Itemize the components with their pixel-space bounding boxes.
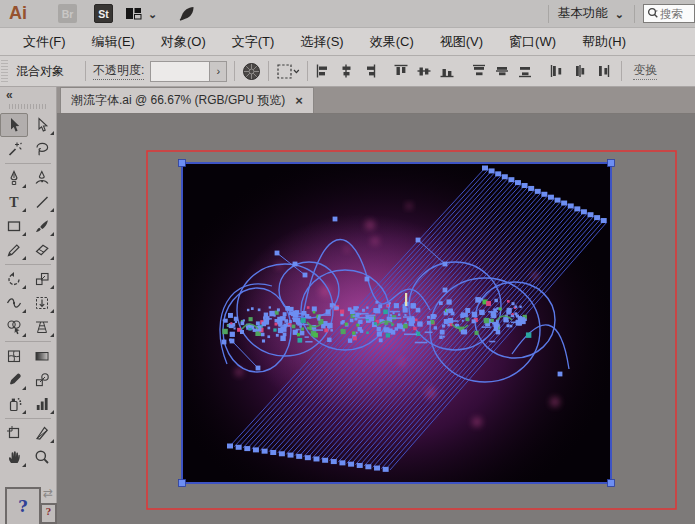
horizontal-align-center-button[interactable] (334, 60, 357, 82)
type-tool-button[interactable]: T (0, 190, 28, 214)
symbol-sprayer-tool-button[interactable] (0, 392, 28, 416)
gradient-tool-button[interactable] (28, 344, 56, 368)
stroke-color-swatch[interactable]: ? (40, 503, 57, 524)
pencil-tool-button[interactable] (0, 238, 28, 262)
lasso-tool-button[interactable] (28, 137, 56, 161)
document-tab[interactable]: 潮流字体.ai @ 66.67% (RGB/GPU 预览) × (60, 87, 314, 113)
control-bar: 混合对象 不透明度: › (0, 56, 695, 87)
column-graph-tool-button[interactable] (28, 392, 56, 416)
hand-tool-button[interactable] (0, 445, 28, 469)
horizontal-distribute-center-icon (573, 64, 587, 78)
vertical-align-bottom-button[interactable] (435, 60, 458, 82)
pen-tool-button[interactable] (0, 166, 28, 190)
vertical-distribute-center-button[interactable] (490, 60, 513, 82)
panel-drag-handle[interactable] (9, 104, 47, 109)
lasso-tool-icon (34, 141, 50, 157)
horizontal-distribute-left-button[interactable] (545, 60, 568, 82)
bridge-button[interactable]: Br (58, 4, 77, 23)
controlbar-separator (234, 61, 235, 81)
eraser-tool-button[interactable] (28, 238, 56, 262)
illustrator-logo: Ai (9, 3, 27, 24)
transform-link[interactable]: 变换 (633, 62, 657, 80)
rocket-icon (179, 6, 195, 21)
rotate-tool-icon (6, 271, 22, 287)
canvas-area[interactable] (57, 114, 695, 524)
horizontal-align-right-icon (362, 64, 376, 78)
vertical-align-center-button[interactable] (412, 60, 435, 82)
perspective-grid-tool-button[interactable] (28, 315, 56, 339)
width-tool-button[interactable] (0, 291, 28, 315)
shape-builder-tool-icon (6, 319, 22, 335)
zoom-tool-icon (34, 449, 50, 465)
document-tabbar: 潮流字体.ai @ 66.67% (RGB/GPU 预览) × (57, 87, 695, 114)
tab-close-icon[interactable]: × (295, 95, 303, 107)
scale-tool-icon (34, 271, 50, 287)
eyedropper-tool-button[interactable] (0, 368, 28, 392)
zoom-tool-button[interactable] (28, 445, 56, 469)
search-icon (647, 7, 660, 20)
menu-item-edit[interactable]: 编辑(E) (79, 33, 148, 51)
column-graph-tool-icon (34, 396, 50, 412)
paintbrush-tool-button[interactable] (28, 214, 56, 238)
menu-item-type[interactable]: 文字(T) (219, 33, 288, 51)
opacity-link[interactable]: 不透明度: (93, 62, 144, 80)
controlbar-separator (85, 61, 86, 81)
layout-squares-icon (126, 8, 142, 20)
chevron-down-icon: ⌄ (615, 10, 624, 18)
workspace-switcher[interactable]: 基本功能 (558, 5, 608, 22)
selection-tool-button[interactable] (0, 113, 28, 137)
horizontal-distribute-left-icon (550, 64, 564, 78)
menu-item-view[interactable]: 视图(V) (427, 33, 496, 51)
search-input[interactable] (660, 8, 690, 20)
opacity-input[interactable] (151, 62, 209, 81)
stock-button[interactable]: St (94, 4, 113, 23)
line-segment-tool-icon (34, 194, 50, 210)
menu-item-object[interactable]: 对象(O) (148, 33, 219, 51)
line-segment-tool-button[interactable] (28, 190, 56, 214)
panel-drag-handle[interactable] (1, 60, 8, 82)
chevron-down-icon: ⌄ (148, 10, 157, 18)
menu-item-help[interactable]: 帮助(H) (569, 33, 639, 51)
tool-group-separator (5, 341, 51, 342)
free-transform-tool-button[interactable] (28, 291, 56, 315)
artboard-tool-button[interactable] (0, 421, 28, 445)
vertical-distribute-bottom-button[interactable] (513, 60, 536, 82)
menu-item-window[interactable]: 窗口(W) (496, 33, 569, 51)
vertical-align-bottom-icon (440, 64, 454, 78)
document-layout-button[interactable]: ⌄ (126, 8, 157, 20)
magic-wand-tool-button[interactable] (0, 137, 28, 161)
horizontal-distribute-right-button[interactable] (591, 60, 614, 82)
menu-item-file[interactable]: 文件(F) (10, 33, 79, 51)
free-transform-tool-icon (34, 295, 50, 311)
menu-item-select[interactable]: 选择(S) (287, 33, 356, 51)
shape-builder-tool-button[interactable] (0, 315, 28, 339)
swap-fill-stroke-icon[interactable]: ⇄ (43, 486, 53, 500)
menu-item-effect[interactable]: 效果(C) (357, 33, 427, 51)
context-label: 混合对象 (16, 63, 64, 80)
gpu-performance-button[interactable] (179, 6, 195, 21)
collapse-panel-button[interactable]: « (0, 87, 56, 101)
vertical-align-top-button[interactable] (389, 60, 412, 82)
horizontal-align-left-button[interactable] (311, 60, 334, 82)
search-box[interactable] (643, 4, 695, 23)
mesh-tool-button[interactable] (0, 344, 28, 368)
direct-selection-tool-button[interactable] (28, 113, 56, 137)
slice-tool-button[interactable] (28, 421, 56, 445)
recolor-artwork-button[interactable] (242, 59, 261, 83)
tool-group-separator (5, 264, 51, 265)
vertical-distribute-top-button[interactable] (467, 60, 490, 82)
rectangle-tool-button[interactable] (0, 214, 28, 238)
scale-tool-button[interactable] (28, 267, 56, 291)
horizontal-align-right-button[interactable] (357, 60, 380, 82)
blend-tool-button[interactable] (28, 368, 56, 392)
document-tab-title: 潮流字体.ai @ 66.67% (RGB/GPU 预览) (71, 92, 285, 109)
fill-color-swatch[interactable]: ? (5, 487, 41, 524)
gradient-tool-icon (34, 348, 50, 364)
rotate-tool-button[interactable] (0, 267, 28, 291)
direct-selection-tool-icon (34, 117, 50, 133)
horizontal-distribute-center-button[interactable] (568, 60, 591, 82)
select-similar-button[interactable] (276, 59, 300, 83)
controlbar-separator (621, 61, 622, 81)
curvature-tool-button[interactable] (28, 166, 56, 190)
opacity-expander-button[interactable]: › (209, 62, 226, 81)
